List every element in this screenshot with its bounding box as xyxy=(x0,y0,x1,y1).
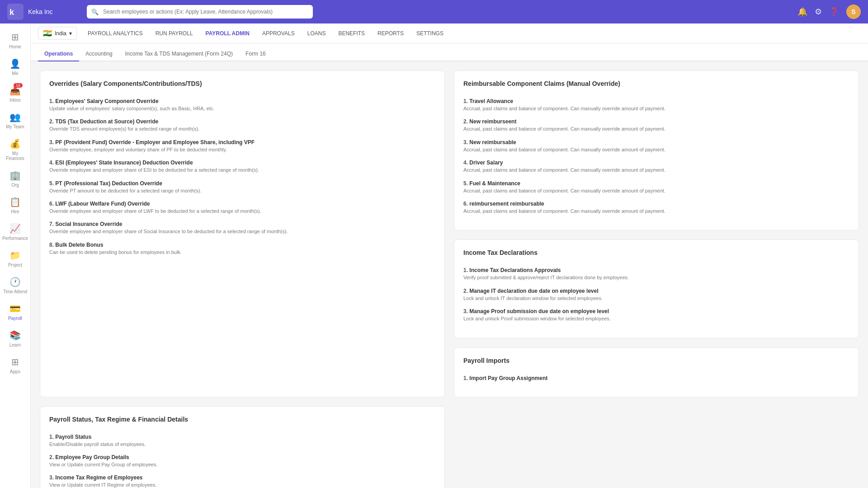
list-item[interactable]: 3. Manage Proof submission due date on e… xyxy=(463,308,849,322)
item-title: 1. Payroll Status xyxy=(49,434,435,440)
sidebar-label-my-finances: My Finances xyxy=(3,151,28,161)
payroll-imports-section: Payroll Imports 1. Import Pay Group Assi… xyxy=(454,347,859,397)
item-title: 3. Income Tax Regime of Employees xyxy=(49,474,435,481)
right-col: Reimbursable Component Claims (Manual Ov… xyxy=(454,70,859,397)
list-item[interactable]: 1. Import Pay Group Assignment xyxy=(463,375,849,381)
sidebar-item-inbox[interactable]: 📥 16 Inbox xyxy=(0,80,30,107)
nav-reports[interactable]: REPORTS xyxy=(372,28,409,39)
country-selector[interactable]: 🇮🇳 India ▾ xyxy=(38,27,77,40)
nav-run-payroll[interactable]: RUN PAYROLL xyxy=(150,28,198,39)
sidebar-item-home[interactable]: ⊞ Home xyxy=(0,27,30,54)
item-desc: Update value of employees' salary compon… xyxy=(49,105,435,112)
item-desc: Accrual, past claims and balance of comp… xyxy=(463,208,849,215)
sidebar-label-home: Home xyxy=(9,44,21,49)
list-item[interactable]: 4. Driver Salary Accrual, past claims an… xyxy=(463,160,849,174)
overrides-list: 1. Employees' Salary Component Override … xyxy=(49,98,435,256)
main-content: Overrides (Salary Components/Contributio… xyxy=(31,61,868,488)
sidebar-item-me[interactable]: 👤 Me xyxy=(0,54,30,80)
settings-icon[interactable]: ⚙ xyxy=(815,7,822,17)
item-title: 3. New reimbursable xyxy=(463,139,849,145)
list-item[interactable]: 6. LWF (Labour Welfare Fund) Override Ov… xyxy=(49,201,435,215)
sidebar-item-my-finances[interactable]: 💰 My Finances xyxy=(0,134,30,165)
learn-icon: 📚 xyxy=(9,330,21,340)
sidebar-item-my-team[interactable]: 👥 My Team xyxy=(0,107,30,134)
sidebar-label-org: Org xyxy=(11,183,19,188)
sidebar-item-project[interactable]: 📁 Project xyxy=(0,245,30,272)
secondary-navigation: 🇮🇳 India ▾ PAYROLL ANALYTICS RUN PAYROLL… xyxy=(31,23,868,43)
item-desc: Enable/Disable payroll status of employe… xyxy=(49,441,435,448)
sidebar-label-payroll: Payroll xyxy=(8,316,22,321)
nav-loans[interactable]: LOANS xyxy=(302,28,331,39)
list-item[interactable]: 3. Income Tax Regime of Employees View o… xyxy=(49,474,435,488)
item-title: 2. TDS (Tax Deduction at Source) Overrid… xyxy=(49,118,435,125)
list-item[interactable]: 5. Fuel & Maintenance Accrual, past clai… xyxy=(463,180,849,194)
item-desc: Override PT amount to be deducted for a … xyxy=(49,188,435,194)
chevron-down-icon: ▾ xyxy=(69,30,72,37)
country-label: India xyxy=(55,30,66,37)
item-title: 1. Employees' Salary Component Override xyxy=(49,98,435,104)
list-item[interactable]: 7. Social Insurance Override Override em… xyxy=(49,221,435,235)
list-item[interactable]: 2. Manage IT declaration due date on emp… xyxy=(463,288,849,302)
nav-benefits[interactable]: BENEFITS xyxy=(333,28,370,39)
list-item[interactable]: 1. Employees' Salary Component Override … xyxy=(49,98,435,112)
nav-payroll-admin[interactable]: PAYROLL ADMIN xyxy=(200,28,255,39)
sidebar-item-payroll[interactable]: 💳 Payroll xyxy=(0,299,30,325)
payroll-imports-list: 1. Import Pay Group Assignment xyxy=(463,375,849,381)
search-icon: 🔍 xyxy=(91,9,99,15)
nav-payroll-analytics[interactable]: PAYROLL ANALYTICS xyxy=(82,28,148,39)
tab-accounting[interactable]: Accounting xyxy=(79,47,118,61)
search-input[interactable] xyxy=(87,5,313,19)
notifications-icon[interactable]: 🔔 xyxy=(797,7,807,17)
hire-icon: 📋 xyxy=(9,197,21,207)
overrides-section: Overrides (Salary Components/Contributio… xyxy=(40,70,445,397)
item-desc: Accrual, past claims and balance of comp… xyxy=(463,146,849,153)
item-title: 5. PT (Professional Tax) Deduction Overr… xyxy=(49,180,435,187)
tab-operations[interactable]: Operations xyxy=(38,47,79,61)
help-icon[interactable]: ❓ xyxy=(829,7,839,17)
list-item[interactable]: 4. ESI (Employees' State Insurance) Dedu… xyxy=(49,160,435,174)
list-item[interactable]: 2. Employee Pay Group Details View or Up… xyxy=(49,454,435,468)
svg-text:k: k xyxy=(9,8,14,17)
nav-approvals[interactable]: APPROVALS xyxy=(257,28,300,39)
team-icon: 👥 xyxy=(9,112,21,122)
payroll-imports-title: Payroll Imports xyxy=(463,357,849,368)
search-bar-container: 🔍 xyxy=(87,5,313,19)
list-item[interactable]: 1. Payroll Status Enable/Disable payroll… xyxy=(49,434,435,448)
avatar[interactable]: S xyxy=(846,5,861,19)
item-title: 6. LWF (Labour Welfare Fund) Override xyxy=(49,201,435,207)
list-item[interactable]: 6. reimbursement reimbursable Accrual, p… xyxy=(463,201,849,215)
list-item[interactable]: 8. Bulk Delete Bonus Can be used to dele… xyxy=(49,242,435,256)
list-item[interactable]: 3. PF (Provident Fund) Override - Employ… xyxy=(49,139,435,153)
tab-income-tax[interactable]: Income Tax & TDS Management (Form 24Q) xyxy=(119,47,239,61)
list-item[interactable]: 5. PT (Professional Tax) Deduction Overr… xyxy=(49,180,435,194)
tab-form-16[interactable]: Form 16 xyxy=(239,47,272,61)
item-title: 4. ESI (Employees' State Insurance) Dedu… xyxy=(49,160,435,166)
sidebar-item-performance[interactable]: 📈 Performance xyxy=(0,219,30,245)
list-item[interactable]: 3. New reimbursable Accrual, past claims… xyxy=(463,139,849,153)
item-title: 1. Import Pay Group Assignment xyxy=(463,375,849,381)
item-title: 3. Manage Proof submission due date on e… xyxy=(463,308,849,314)
list-item[interactable]: 1. Income Tax Declarations Approvals Ver… xyxy=(463,267,849,281)
inbox-badge: 16 xyxy=(14,83,23,88)
nav-settings[interactable]: SETTINGS xyxy=(411,28,449,39)
item-desc: Override employee and employer share of … xyxy=(49,167,435,174)
reimbursable-list: 1. Travel Allowance Accrual, past claims… xyxy=(463,98,849,215)
sidebar-item-learn[interactable]: 📚 Learn xyxy=(0,325,30,352)
sidebar-label-me: Me xyxy=(12,71,19,76)
list-item[interactable]: 2. TDS (Tax Deduction at Source) Overrid… xyxy=(49,118,435,132)
list-item[interactable]: 2. New reimburseent Accrual, past claims… xyxy=(463,118,849,132)
sidebar-item-org[interactable]: 🏢 Org xyxy=(0,165,30,192)
item-desc: Accrual, past claims and balance of comp… xyxy=(463,188,849,194)
sidebar-item-apps[interactable]: ⊞ Apps xyxy=(0,352,30,379)
top-nav-right: 🔔 ⚙ ❓ S xyxy=(797,5,861,19)
sidebar-item-time[interactable]: 🕐 Time Attend xyxy=(0,272,30,299)
sidebar-label-apps: Apps xyxy=(10,369,20,374)
item-desc: Override employee and employer share of … xyxy=(49,208,435,215)
item-desc: Override employee and employer share of … xyxy=(49,228,435,235)
list-item[interactable]: 1. Travel Allowance Accrual, past claims… xyxy=(463,98,849,112)
item-desc: View or Update current Pay Group of empl… xyxy=(49,461,435,468)
payroll-status-title: Payroll Status, Tax Regime & Financial D… xyxy=(49,416,435,427)
finances-icon: 💰 xyxy=(9,139,21,149)
sidebar-item-hire[interactable]: 📋 Hire xyxy=(0,192,30,219)
apps-icon: ⊞ xyxy=(11,357,19,367)
